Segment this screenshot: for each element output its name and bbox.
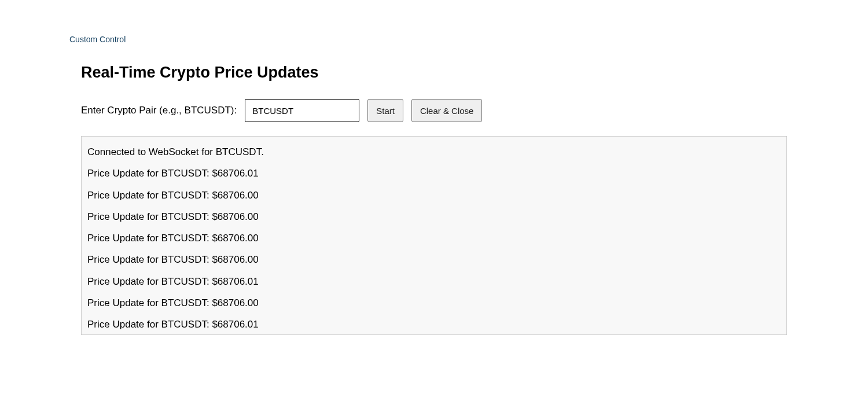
controls-row: Enter Crypto Pair (e.g., BTCUSDT): Start… — [81, 99, 787, 122]
output-line: Connected to WebSocket for BTCUSDT. — [87, 141, 781, 163]
crypto-pair-input[interactable] — [245, 99, 359, 122]
output-line: Price Update for BTCUSDT: $68706.01 — [87, 163, 781, 184]
main-content: Real-Time Crypto Price Updates Enter Cry… — [81, 64, 787, 335]
output-line: Price Update for BTCUSDT: $68706.00 — [87, 185, 781, 206]
output-line: Price Update for BTCUSDT: $68706.01 — [87, 271, 781, 292]
breadcrumb[interactable]: Custom Control — [69, 35, 868, 44]
page-title: Real-Time Crypto Price Updates — [81, 64, 787, 82]
output-line: Price Update for BTCUSDT: $68706.00 — [87, 292, 781, 314]
start-button[interactable]: Start — [367, 99, 403, 122]
output-line: Price Update for BTCUSDT: $68706.00 — [87, 249, 781, 270]
crypto-pair-label: Enter Crypto Pair (e.g., BTCUSDT): — [81, 105, 237, 116]
clear-close-button[interactable]: Clear & Close — [411, 99, 483, 122]
output-line: Price Update for BTCUSDT: $68706.00 — [87, 227, 781, 249]
output-line: Price Update for BTCUSDT: $68706.01 — [87, 314, 781, 335]
output-log[interactable]: Connected to WebSocket for BTCUSDT. Pric… — [81, 136, 787, 335]
output-line: Price Update for BTCUSDT: $68706.00 — [87, 206, 781, 227]
